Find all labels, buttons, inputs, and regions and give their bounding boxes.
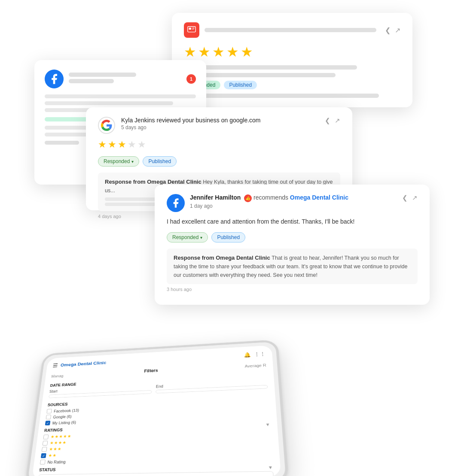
source-google-label: Google (6) [53, 414, 72, 419]
external-link-icon[interactable]: ↗ [335, 117, 340, 124]
google-logo [98, 117, 115, 134]
star-5: ★ [241, 44, 253, 60]
external-link-icon[interactable]: ↗ [395, 26, 400, 34]
svg-rect-1 [189, 28, 192, 30]
share-icon-fb[interactable]: ❮ [402, 194, 408, 202]
star-rating-row: ★ ★ ★ ★ ★ [184, 44, 400, 60]
ratings-label: RATINGS [44, 427, 63, 432]
phone-nav-icons: 🔔 ⋮⋮ [244, 351, 266, 358]
review-star-3: ★ [118, 139, 126, 150]
top-review-card: ❮ ↗ ★ ★ ★ ★ ★ Responded Published [172, 13, 412, 107]
star-1: ★ [184, 44, 196, 60]
source-mylisting-checkbox[interactable] [45, 421, 51, 425]
filters-title: Filters [144, 368, 158, 374]
content-bar-1 [184, 65, 357, 70]
source-google-checkbox[interactable] [46, 415, 52, 419]
phone-brand: Omega Dental Clinic [60, 360, 107, 367]
response-label: Response from Omega Dental Clinic [105, 179, 201, 185]
chevron-icon: ▾ [131, 159, 134, 164]
fb-sub-bar [69, 79, 114, 83]
fb-rec-response-box: Response from Omega Dental Clinic That i… [167, 249, 418, 284]
fb-rec-title: Jennifer Hamilton 👍 recommends Omega Den… [190, 194, 397, 202]
published-tag: Published [143, 156, 177, 167]
share-icon[interactable]: ❮ [325, 117, 330, 124]
review-star-1: ★ [98, 139, 107, 150]
fb-action-bar-1 [45, 141, 79, 145]
review-time: 5 days ago [121, 124, 319, 130]
thumbs-icon: 👍 [244, 194, 252, 202]
bell-icon[interactable]: 🔔 [244, 352, 251, 358]
review-star-5: ★ [137, 139, 146, 150]
share-icon[interactable]: ❮ [385, 26, 391, 34]
rating-none-checkbox[interactable] [40, 460, 46, 465]
ratings-section: RATINGS ▼ ★★★★★ ★★★★ [40, 421, 272, 464]
external-link-icon-fb[interactable]: ↗ [412, 194, 418, 202]
phone-mock: ☰ Omega Dental Clinic 🔔 ⋮⋮ Manag Filters… [17, 321, 284, 476]
no-rating-label: No Rating [47, 459, 66, 464]
facebook-logo [45, 70, 64, 88]
rating-4-checkbox[interactable] [43, 441, 48, 446]
status-label: STATUS [39, 467, 56, 472]
source-facebook-label: Facebook (13) [54, 408, 79, 413]
phone-screen: ☰ Omega Dental Clinic 🔔 ⋮⋮ Manag Filters… [32, 345, 281, 476]
responded-tag[interactable]: Responded ▾ [98, 156, 139, 167]
facebook-rec-card: Jennifer Hamilton 👍 recommends Omega Den… [155, 185, 430, 305]
fb-content-bar-1 [45, 94, 196, 98]
notification-badge: 1 [186, 74, 196, 84]
scroll-arrow-ratings: ▼ [265, 422, 270, 427]
content-bar-2 [184, 73, 336, 77]
fb-rec-responded-tag[interactable]: Responded ▾ [167, 232, 208, 243]
fb-rec-status-row: Responded ▾ Published [167, 232, 418, 243]
scene: ❮ ↗ ★ ★ ★ ★ ★ Responded Published [0, 0, 464, 476]
fb-rec-response-label: Response from Omega Dental Clinic [174, 255, 270, 261]
review-star-4: ★ [128, 139, 136, 150]
review-star-rating: ★ ★ ★ ★ ★ [98, 139, 340, 150]
phone-outer: ☰ Omega Dental Clinic 🔔 ⋮⋮ Manag Filters… [25, 340, 289, 476]
tag-row: Responded Published [184, 81, 400, 89]
grid-icon[interactable]: ⋮⋮ [254, 351, 266, 357]
source-facebook-checkbox[interactable] [46, 409, 52, 414]
fb-rec-user: Jennifer Hamilton [190, 194, 241, 201]
rating-5-checkbox[interactable] [43, 434, 49, 439]
fb-rec-published-tag: Published [211, 232, 245, 243]
facebook-rec-logo [167, 194, 185, 212]
fb-content-bar-2 [45, 101, 173, 105]
fb-rec-time: 1 day ago [190, 203, 397, 209]
fb-rec-action: recommends [253, 194, 288, 201]
status-section: STATUS ▼ Select Response Status [37, 464, 274, 476]
fb-name-bar [69, 73, 136, 77]
source-mylisting-label: My Listing (6) [52, 420, 76, 425]
star-2: ★ [198, 44, 211, 60]
fb-rec-response-time: 3 hours ago [167, 287, 418, 292]
rating-2-checkbox[interactable] [41, 453, 46, 458]
fb-rec-clinic: Omega Dental Clinic [290, 194, 348, 201]
content-bar-3 [184, 94, 379, 98]
review-title: Kyla Jenkins reviewed your business on g… [121, 117, 319, 124]
review-star-2: ★ [108, 139, 116, 150]
browser-icon [184, 22, 199, 38]
chevron-icon-fb: ▾ [200, 235, 202, 240]
status-row: Responded ▾ Published [98, 156, 340, 167]
scroll-arrow-status: ▼ [268, 465, 273, 470]
star-3: ★ [212, 44, 225, 60]
rating-3-checkbox[interactable] [42, 447, 47, 452]
tag-blue: Published [224, 81, 257, 89]
fb-rec-body: I had excellent care and attention from … [167, 217, 418, 226]
star-4: ★ [226, 44, 239, 60]
url-bar [205, 28, 376, 32]
